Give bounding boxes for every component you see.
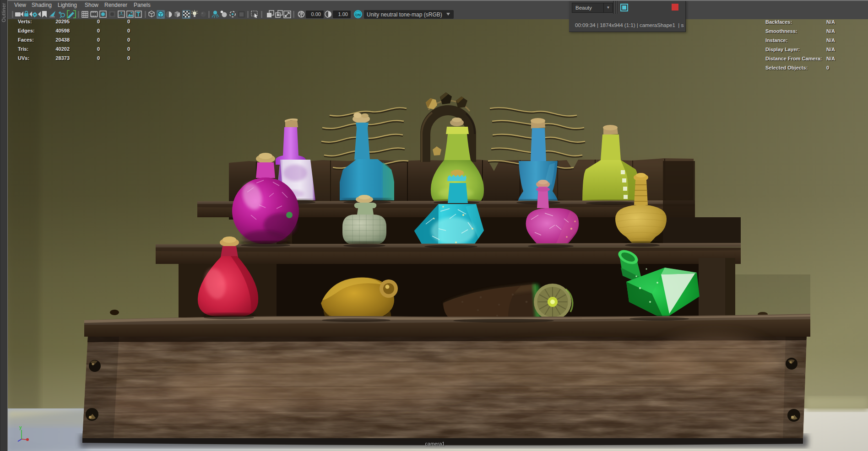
svg-text:y: y — [19, 425, 22, 430]
svg-text:1.00: 1.00 — [338, 11, 348, 17]
svg-text:ON: ON — [355, 13, 360, 17]
svg-text:Unity neutral tone-map (sRGB): Unity neutral tone-map (sRGB) — [367, 11, 442, 18]
svg-text:0.00: 0.00 — [311, 11, 321, 17]
